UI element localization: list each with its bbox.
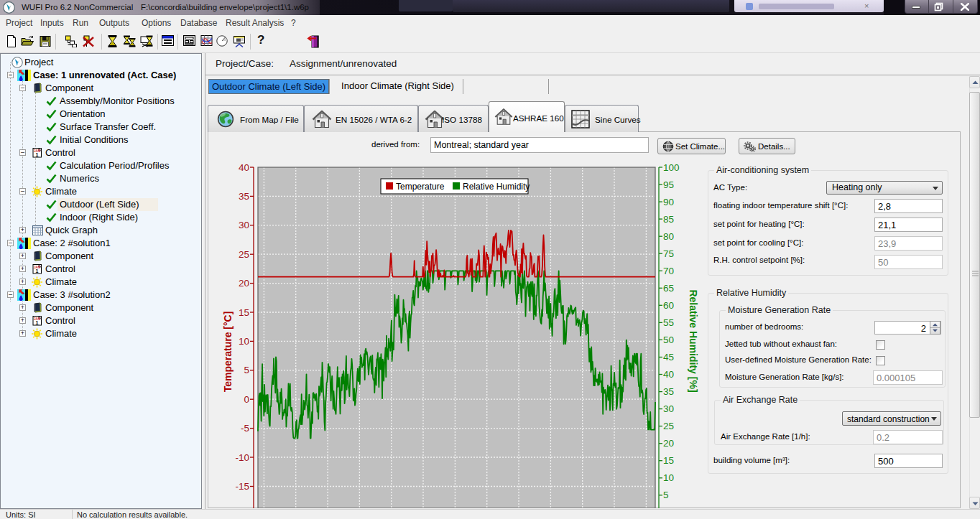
svg-text:80: 80 [663,231,674,242]
svg-text:15: 15 [663,455,674,466]
svg-text:-15: -15 [235,481,249,492]
svg-text:35: 35 [663,386,674,397]
svg-text:-10: -10 [235,452,249,463]
svg-text:Temperature: Temperature [396,182,445,192]
svg-text:Relative Humidity: Relative Humidity [463,182,530,192]
svg-text:85: 85 [663,214,674,225]
svg-text:70: 70 [663,266,674,276]
svg-text:Temperature [°C]: Temperature [°C] [222,312,234,393]
svg-text:10: 10 [239,336,249,347]
svg-text:Relative Humidity [%]: Relative Humidity [%] [688,289,699,392]
svg-text:5: 5 [663,490,669,500]
svg-text:30: 30 [663,403,674,414]
svg-text:30: 30 [239,220,249,230]
svg-text:40: 40 [239,162,249,173]
svg-text:50: 50 [663,335,674,345]
svg-text:-5: -5 [241,423,249,434]
svg-text:95: 95 [663,179,674,190]
svg-text:20: 20 [663,438,674,449]
svg-text:0: 0 [244,394,249,405]
svg-text:90: 90 [663,197,674,207]
svg-text:35: 35 [239,191,249,202]
svg-text:20: 20 [239,278,249,289]
svg-text:45: 45 [663,352,674,363]
svg-text:10: 10 [663,472,674,483]
svg-text:55: 55 [663,317,674,328]
svg-text:40: 40 [663,369,674,380]
svg-text:100: 100 [663,162,680,173]
svg-text:15: 15 [239,307,249,318]
svg-text:5: 5 [244,365,249,375]
svg-text:25: 25 [239,249,249,260]
svg-text:60: 60 [663,300,674,311]
svg-text:25: 25 [663,421,674,431]
svg-text:75: 75 [663,248,674,259]
svg-text:65: 65 [663,283,674,294]
